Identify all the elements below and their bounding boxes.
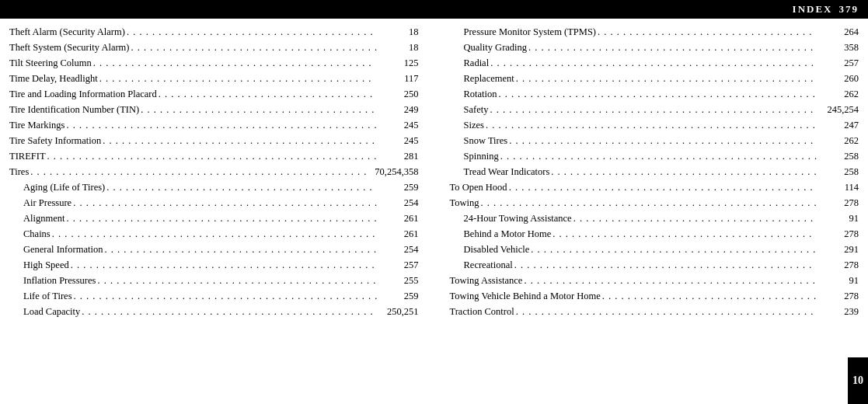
entry-label: Theft Alarm (Security Alarm) [9, 25, 125, 40]
entry-page: 254 [380, 196, 419, 211]
index-entry: To Open Hood . . . . . . . . . . . . . .… [450, 180, 859, 196]
index-entry: Tread Wear Indicators . . . . . . . . . … [450, 165, 859, 180]
entry-dots: . . . . . . . . . . . . . . . . . . . . … [71, 196, 379, 211]
entry-dots: . . . . . . . . . . . . . . . . . . . . … [489, 56, 820, 71]
index-entry: Towing Vehicle Behind a Motor Home . . .… [450, 289, 859, 305]
left-column: Theft Alarm (Security Alarm) . . . . . .… [9, 25, 434, 398]
entry-page: 70,254,358 [375, 165, 418, 179]
entry-label: Safety [464, 103, 489, 117]
entry-dots: . . . . . . . . . . . . . . . . . . . . … [101, 134, 379, 149]
entry-label: Towing Assistance [450, 273, 523, 288]
entry-page: 255 [380, 273, 419, 288]
entry-dots: . . . . . . . . . . . . . . . . . . . . … [514, 305, 820, 320]
index-entry: Tire Identification Number (TIN) . . . .… [9, 103, 419, 118]
entry-dots: . . . . . . . . . . . . . . . . . . . . … [479, 196, 820, 211]
index-entry: Towing Assistance . . . . . . . . . . . … [450, 273, 859, 289]
entry-dots: . . . . . . . . . . . . . . . . . . . . … [596, 25, 820, 40]
entry-page: 278 [820, 196, 859, 211]
entry-label: 24-Hour Towing Assistance [464, 211, 572, 226]
entry-page: 258 [820, 165, 859, 179]
entry-page: 254 [380, 242, 419, 257]
entry-label: Snow Tires [464, 134, 508, 148]
entry-dots: . . . . . . . . . . . . . . . . . . . . … [488, 103, 820, 118]
entry-page: 250 [380, 87, 419, 102]
entry-page: 18 [380, 25, 419, 40]
index-entry: Chains . . . . . . . . . . . . . . . . .… [9, 227, 419, 242]
entry-dots: . . . . . . . . . . . . . . . . . . . . … [29, 165, 375, 180]
entry-dots: . . . . . . . . . . . . . . . . . . . . … [80, 305, 379, 320]
index-entry: Towing . . . . . . . . . . . . . . . . .… [450, 196, 859, 211]
entry-page: 125 [380, 56, 419, 71]
index-entry: Behind a Motor Home . . . . . . . . . . … [450, 227, 859, 242]
entry-page: 262 [820, 134, 859, 148]
entry-label: Traction Control [450, 305, 514, 319]
entry-page: 261 [380, 211, 419, 226]
index-entry: Theft System (Security Alarm) . . . . . … [9, 40, 419, 56]
index-entry: Tire Markings . . . . . . . . . . . . . … [9, 118, 419, 134]
index-entry: Safety . . . . . . . . . . . . . . . . .… [450, 103, 859, 118]
entry-dots: . . . . . . . . . . . . . . . . . . . . … [51, 227, 380, 242]
entry-page: 278 [820, 258, 859, 273]
entry-page: 117 [380, 71, 419, 86]
entry-page: 291 [820, 242, 859, 257]
index-entry: TIREFIT . . . . . . . . . . . . . . . . … [9, 149, 419, 165]
entry-dots: . . . . . . . . . . . . . . . . . . . . … [105, 180, 379, 196]
entry-page: 239 [820, 305, 859, 319]
index-entry: Alignment . . . . . . . . . . . . . . . … [9, 211, 419, 227]
entry-page: 91 [820, 211, 859, 226]
entry-page: 91 [820, 273, 859, 288]
right-column: Pressure Monitor System (TPMS) . . . . .… [434, 25, 859, 398]
index-entry: Life of Tires . . . . . . . . . . . . . … [9, 289, 419, 305]
entry-page: 114 [820, 180, 859, 195]
entry-page: 245 [380, 134, 419, 148]
entry-dots: . . . . . . . . . . . . . . . . . . . . … [129, 40, 379, 56]
entry-page: 247 [820, 118, 859, 133]
entry-dots: . . . . . . . . . . . . . . . . . . . . … [549, 165, 820, 180]
entry-dots: . . . . . . . . . . . . . . . . . . . . … [98, 71, 380, 87]
index-entry: General Information . . . . . . . . . . … [9, 242, 419, 258]
index-entry: Disabled Vehicle . . . . . . . . . . . .… [450, 242, 859, 258]
index-entry: Sizes . . . . . . . . . . . . . . . . . … [450, 118, 859, 134]
entry-page: 358 [820, 40, 859, 55]
entry-label: High Speed [23, 258, 69, 273]
entry-label: Rotation [464, 87, 497, 102]
entry-page: 278 [820, 227, 859, 242]
entry-dots: . . . . . . . . . . . . . . . . . . . . … [497, 87, 820, 103]
index-entry: Quality Grading . . . . . . . . . . . . … [450, 40, 859, 56]
content-area: Theft Alarm (Security Alarm) . . . . . .… [0, 19, 868, 404]
index-entry: Traction Control . . . . . . . . . . . .… [450, 305, 859, 320]
index-entry: Tilt Steering Column . . . . . . . . . .… [9, 56, 419, 71]
page-container: INDEX 379 Theft Alarm (Security Alarm) .… [0, 0, 868, 404]
entry-label: Tire and Loading Information Placard [9, 87, 157, 102]
entry-dots: . . . . . . . . . . . . . . . . . . . . … [69, 258, 380, 273]
index-entry: Radial . . . . . . . . . . . . . . . . .… [450, 56, 859, 71]
entry-dots: . . . . . . . . . . . . . . . . . . . . … [513, 258, 820, 273]
entry-label: Chains [23, 227, 51, 242]
entry-dots: . . . . . . . . . . . . . . . . . . . . … [103, 242, 379, 258]
index-entry: Replacement . . . . . . . . . . . . . . … [450, 71, 859, 87]
index-entry: Snow Tires . . . . . . . . . . . . . . .… [450, 134, 859, 149]
entry-dots: . . . . . . . . . . . . . . . . . . . . … [64, 211, 379, 227]
entry-label: Load Capacity [23, 305, 80, 319]
entry-label: Theft System (Security Alarm) [9, 40, 129, 55]
entry-dots: . . . . . . . . . . . . . . . . . . . . … [522, 273, 820, 289]
entry-label: Tire Markings [9, 118, 64, 133]
entry-dots: . . . . . . . . . . . . . . . . . . . . … [551, 227, 820, 242]
entry-dots: . . . . . . . . . . . . . . . . . . . . … [72, 289, 380, 305]
entry-label: Tires [9, 165, 29, 179]
entry-label: Life of Tires [23, 289, 72, 304]
entry-page: 261 [380, 227, 419, 242]
entry-label: Behind a Motor Home [464, 227, 552, 242]
entry-dots: . . . . . . . . . . . . . . . . . . . . … [139, 103, 379, 118]
entry-label: Tilt Steering Column [9, 56, 92, 71]
entry-page: 281 [380, 149, 419, 164]
index-entry: Tires . . . . . . . . . . . . . . . . . … [9, 165, 419, 180]
entry-dots: . . . . . . . . . . . . . . . . . . . . … [92, 56, 380, 71]
index-entry: Load Capacity . . . . . . . . . . . . . … [9, 305, 419, 320]
header-page-number: 379 [839, 3, 859, 16]
entry-label: Tire Identification Number (TIN) [9, 103, 139, 117]
entry-page: 249 [380, 103, 419, 117]
entry-label: Tire Safety Information [9, 134, 101, 148]
entry-page: 262 [820, 87, 859, 102]
entry-dots: . . . . . . . . . . . . . . . . . . . . … [499, 149, 820, 165]
